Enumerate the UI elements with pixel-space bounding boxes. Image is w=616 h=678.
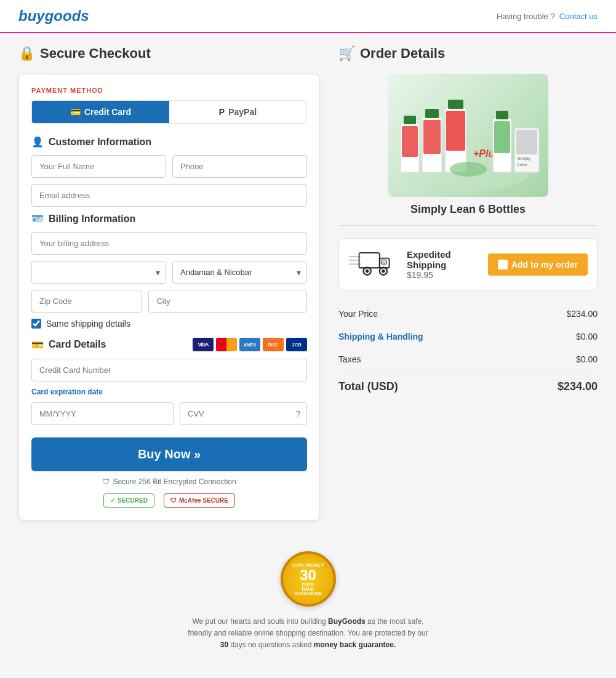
state-select[interactable]: Andaman & Nicobar Delhi: [172, 261, 307, 284]
credit-card-tab-label: Credit Card: [84, 107, 131, 117]
header-right: Having trouble ? Contact us: [497, 12, 598, 21]
mcafee-label: McAfee SECURE: [179, 497, 228, 504]
svg-rect-6: [423, 120, 441, 154]
cvv-wrapper: ?: [180, 402, 307, 425]
truck-icon: [348, 248, 391, 279]
svg-rect-13: [494, 121, 510, 153]
svg-point-27: [366, 269, 369, 273]
footer-days: 30: [220, 640, 228, 649]
expiry-label: Card expiration date: [31, 388, 307, 396]
footer-text: We put our hearts and souls into buildin…: [185, 616, 431, 652]
same-shipping-checkbox[interactable]: [31, 319, 41, 329]
mcafee-badge: 🛡 McAfee SECURE: [164, 493, 235, 508]
guarantee-days: 30: [300, 568, 316, 583]
guarantee-label: DAYSBACKGUARANTEE: [294, 583, 321, 596]
secured-badge: ✓ SECURED: [103, 493, 154, 508]
card-number-input[interactable]: [31, 359, 307, 381]
city-input[interactable]: [148, 290, 307, 313]
discover-icon: DISC: [263, 338, 284, 351]
product-bottles-svg: +Plus! Simply Lean: [388, 74, 548, 197]
paypal-tab[interactable]: P PayPal: [169, 101, 306, 123]
phone-input[interactable]: [172, 155, 307, 178]
buy-now-button[interactable]: Buy Now »: [31, 437, 307, 471]
add-to-order-button[interactable]: Add to my order: [488, 253, 588, 276]
total-label: Total (USD): [338, 380, 398, 393]
checkout-box: PAYMENT METHOD 💳 Credit Card P PayPal 👤 …: [18, 74, 320, 520]
money-back-badge: 100% MONEY 30 DAYSBACKGUARANTEE: [281, 551, 336, 607]
expiry-input[interactable]: [31, 402, 174, 425]
total-row: Total (USD) $234.00: [338, 371, 598, 399]
shipping-price: $19.95: [407, 270, 479, 280]
id-card-icon: 🪪: [31, 213, 44, 225]
svg-text:Simply: Simply: [518, 156, 531, 161]
svg-rect-8: [448, 100, 463, 109]
visa-icon: VISA: [193, 338, 214, 351]
contact-link[interactable]: Contact us: [559, 12, 598, 21]
billing-info-title-text: Billing Information: [49, 213, 135, 225]
header: buygoods Having trouble ? Contact us: [0, 0, 616, 33]
card-icon: 💳: [31, 339, 44, 351]
product-image-area: +Plus! Simply Lean Simply Lean 6 Bottles: [338, 74, 598, 226]
card-details-title-text: Card Details: [49, 339, 106, 350]
customer-info-title: 👤 Customer Information: [31, 136, 307, 148]
left-column: 🔒 Secure Checkout PAYMENT METHOD 💳 Credi…: [18, 46, 320, 520]
credit-card-tab[interactable]: 💳 Credit Card: [32, 101, 169, 123]
svg-rect-22: [359, 253, 380, 268]
zip-input[interactable]: [31, 290, 142, 313]
taxes-value: $0.00: [576, 354, 598, 364]
trouble-text: Having trouble ?: [497, 12, 555, 21]
shipping-info: Expedited Shipping $19.95: [407, 249, 479, 280]
address-row: [31, 232, 307, 255]
main-content: 🔒 Secure Checkout PAYMENT METHOD 💳 Credi…: [0, 33, 616, 533]
order-title-text: Order Details: [360, 46, 445, 62]
same-shipping-label: Same shipping details: [46, 319, 130, 329]
svg-text:Lean: Lean: [518, 162, 527, 167]
email-row: [31, 184, 307, 207]
add-order-label: Add to my order: [511, 260, 578, 269]
svg-rect-15: [516, 130, 537, 154]
trust-badges: ✓ SECURED 🛡 McAfee SECURE: [31, 493, 307, 508]
svg-rect-24: [381, 260, 386, 264]
mcafee-shield-icon: 🛡: [170, 497, 177, 504]
payment-tabs: 💳 Credit Card P PayPal: [31, 100, 307, 124]
card-number-row: [31, 359, 307, 381]
svg-point-29: [382, 269, 385, 273]
lock-icon: 🔒: [18, 46, 35, 62]
checkout-section-title: 🔒 Secure Checkout: [18, 46, 320, 62]
your-price-label: Your Price: [338, 309, 378, 319]
secure-text: 🛡 Secure 256 Bit Encrypted Connection: [31, 477, 307, 486]
shield-icon: 🛡: [102, 477, 110, 486]
svg-rect-9: [446, 111, 465, 151]
footer-brand: BuyGoods: [328, 617, 366, 626]
email-input[interactable]: [31, 184, 307, 207]
taxes-label: Taxes: [338, 354, 361, 364]
expiry-cvv-row: ?: [31, 402, 307, 425]
shipping-box: Expedited Shipping $19.95 Add to my orde…: [338, 238, 598, 290]
cvv-input[interactable]: [180, 403, 290, 425]
svg-rect-12: [496, 111, 508, 119]
checkout-title-text: Secure Checkout: [40, 46, 151, 62]
product-image: +Plus! Simply Lean: [388, 74, 548, 197]
country-select-wrapper: India United States: [31, 261, 166, 284]
paypal-tab-label: PayPal: [228, 107, 257, 117]
svg-rect-5: [425, 109, 439, 118]
logo: buygoods: [18, 7, 89, 25]
card-details-title: 💳 Card Details: [31, 339, 106, 351]
cart-icon: 🛒: [338, 46, 355, 62]
full-name-input[interactable]: [31, 155, 166, 178]
card-details-header: 💳 Card Details VISA AMEX DISC JCB: [31, 338, 307, 351]
amex-icon: AMEX: [239, 338, 260, 351]
cvv-help-icon[interactable]: ?: [290, 409, 306, 418]
secured-label: SECURED: [118, 497, 148, 504]
shipping-handling-label: Shipping & Handling: [338, 332, 423, 341]
mastercard-icon: [216, 338, 237, 351]
same-shipping-row: Same shipping details: [31, 319, 307, 329]
billing-address-input[interactable]: [31, 232, 307, 255]
customer-info-title-text: Customer Information: [49, 137, 151, 148]
person-icon: 👤: [31, 136, 44, 148]
order-details-title: 🛒 Order Details: [338, 46, 598, 62]
card-icons: VISA AMEX DISC JCB: [193, 338, 307, 351]
shipping-title: Expedited Shipping: [407, 249, 479, 270]
country-select[interactable]: India United States: [31, 261, 166, 284]
zip-city-row: [31, 290, 307, 313]
